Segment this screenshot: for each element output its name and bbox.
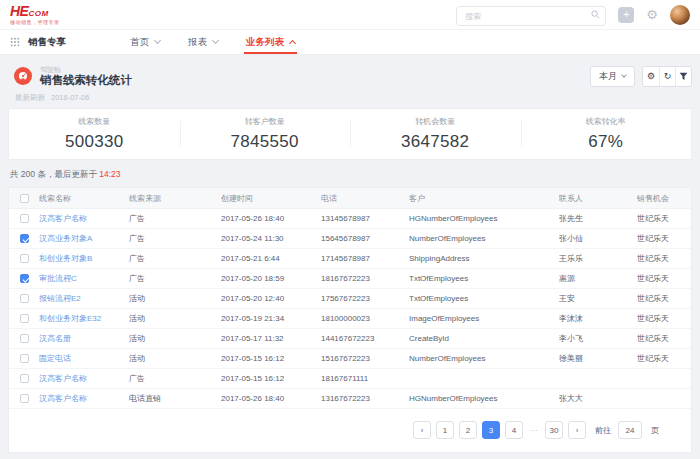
phone-number: 18167672223 <box>321 274 409 283</box>
page-unit-label: 页 <box>651 425 659 436</box>
created-time: 2017-05-15 16:12 <box>221 374 321 383</box>
lead-source: 活动 <box>129 313 221 324</box>
stat-value: 67% <box>588 132 623 152</box>
pagination-prev-button[interactable]: ‹ <box>413 421 431 439</box>
table-row[interactable]: 和创业务对象B广告2017-05-21 6:4417145678987Shipp… <box>9 249 691 269</box>
lead-name-link[interactable]: 汉高客户名称 <box>39 373 129 384</box>
lead-name-link[interactable]: 汉高业务对象A <box>39 233 129 244</box>
table-row[interactable]: 汉高客户名称电话直销2017-05-26 18:4013167672223HGN… <box>9 389 691 409</box>
lead-source: 广告 <box>129 273 221 284</box>
row-checkbox[interactable] <box>20 374 29 383</box>
created-time: 2017-05-20 12:40 <box>221 294 321 303</box>
table-row[interactable]: 汉高客户名称广告2017-05-15 16:1218167671111 <box>9 369 691 389</box>
phone-number: 17145678987 <box>321 254 409 263</box>
tab-label: 报表 <box>188 36 207 49</box>
table-row[interactable]: 汉高名册活动2017-05-17 11:32144167672223Create… <box>9 329 691 349</box>
row-checkbox-cell <box>9 334 39 343</box>
table-summary: 共 200 条，最后更新于 14:23 <box>10 169 692 181</box>
leads-table: 线索名称 线索来源 创建时间 电话 客户 联系人 销售机会 汉高客户名称广告20… <box>8 187 692 453</box>
created-time: 2017-05-17 11:32 <box>221 334 321 343</box>
column-contact: 联系人 <box>559 193 637 204</box>
created-time: 2017-05-21 6:44 <box>221 254 321 263</box>
period-select[interactable]: 本月 <box>590 66 635 87</box>
logo-sub: COM <box>28 10 48 18</box>
lead-name-link[interactable]: 汉高名册 <box>39 333 129 344</box>
contact-name: 惠源 <box>559 273 637 284</box>
add-button[interactable]: + <box>618 7 634 23</box>
column-sales-opportunity: 销售机会 <box>637 193 691 204</box>
customer-name: TxtOfEmployees <box>409 294 559 303</box>
table-row[interactable]: 报销流程E2活动2017-05-20 12:4017567672223TxtOf… <box>9 289 691 309</box>
table-row[interactable]: 和创业务对象E32活动2017-05-19 21:3418100000023Im… <box>9 309 691 329</box>
refresh-icon: ↻ <box>664 71 672 81</box>
settings-button[interactable]: ⚙ <box>643 67 659 86</box>
sales-opportunity: 世纪乐天 <box>637 273 691 284</box>
grid-menu-icon[interactable] <box>10 37 20 47</box>
row-checkbox[interactable] <box>20 354 29 363</box>
row-checkbox-cell <box>9 354 39 363</box>
row-checkbox-cell <box>9 314 39 323</box>
column-created-time: 创建时间 <box>221 193 321 204</box>
pagination-ellipsis: ··· <box>528 426 540 435</box>
row-checkbox-cell <box>9 274 39 283</box>
pagination-page-30[interactable]: 30 <box>545 421 563 439</box>
stats-card: 线索数量 500330 转客户数量 7845550 转机会数量 3647582 … <box>8 108 692 160</box>
table-row[interactable]: 审批流程C广告2017-05-20 18:5918167672223TxtOfE… <box>9 269 691 289</box>
filter-button[interactable] <box>675 67 691 86</box>
created-time: 2017-05-20 18:59 <box>221 274 321 283</box>
phone-number: 18100000023 <box>321 314 409 323</box>
row-checkbox[interactable] <box>20 254 29 263</box>
row-checkbox-cell <box>9 294 39 303</box>
customer-name: ImageOfEmployees <box>409 314 559 323</box>
logo-tagline: 移动销售，管理专家 <box>10 20 60 25</box>
search-icon[interactable] <box>591 10 600 19</box>
row-checkbox[interactable] <box>20 314 29 323</box>
filter-funnel-icon <box>679 72 688 81</box>
row-checkbox[interactable] <box>20 294 29 303</box>
lead-name-link[interactable]: 汉高客户名称 <box>39 393 129 404</box>
lead-name-link[interactable]: 审批流程C <box>39 273 129 284</box>
search-input[interactable] <box>456 6 606 26</box>
lead-name-link[interactable]: 汉高客户名称 <box>39 213 129 224</box>
lead-name-link[interactable]: 和创业务对象E32 <box>39 313 129 324</box>
table-row[interactable]: 汉高客户名称广告2017-05-26 18:4013145678987HGNum… <box>9 209 691 229</box>
goto-page-input[interactable] <box>618 421 642 439</box>
settings-gear-icon[interactable]: ⚙ <box>646 8 658 21</box>
pagination-page-3[interactable]: 3 <box>482 421 500 439</box>
topbar-actions: + ⚙ <box>456 5 690 25</box>
table-row[interactable]: 汉高业务对象A广告2017-05-24 11:3015645678987Numb… <box>9 229 691 249</box>
lead-name-link[interactable]: 和创业务对象B <box>39 253 129 264</box>
tab-business-list[interactable]: 业务列表 <box>232 30 309 54</box>
select-all-checkbox[interactable] <box>20 194 29 203</box>
tab-reports[interactable]: 报表 <box>174 30 232 54</box>
pagination-page-2[interactable]: 2 <box>459 421 477 439</box>
table-row[interactable]: 固定电话活动2017-05-15 16:1215167672223NumberO… <box>9 349 691 369</box>
stat-label: 转客户数量 <box>245 116 285 127</box>
created-time: 2017-05-19 21:34 <box>221 314 321 323</box>
row-checkbox-cell <box>9 214 39 223</box>
column-lead-source: 线索来源 <box>129 193 221 204</box>
lead-source: 广告 <box>129 233 221 244</box>
pagination-next-button[interactable]: › <box>568 421 586 439</box>
row-checkbox[interactable] <box>20 214 29 223</box>
row-checkbox[interactable] <box>20 274 29 283</box>
phone-number: 15167672223 <box>321 354 409 363</box>
row-checkbox[interactable] <box>20 334 29 343</box>
logo-main: HE <box>10 4 28 18</box>
search-box <box>456 5 606 25</box>
stat-converted-opportunities: 转机会数量 3647582 <box>350 109 521 159</box>
customer-name: HGNumberOfEmployees <box>409 214 559 223</box>
refresh-button[interactable]: ↻ <box>659 67 675 86</box>
lead-name-link[interactable]: 报销流程E2 <box>39 293 129 304</box>
row-checkbox[interactable] <box>20 234 29 243</box>
workspace-title: 销售专享 <box>28 36 66 49</box>
pagination-page-1[interactable]: 1 <box>436 421 454 439</box>
user-avatar[interactable] <box>670 5 690 25</box>
pagination-page-4[interactable]: 4 <box>505 421 523 439</box>
row-checkbox-cell <box>9 374 39 383</box>
row-checkbox[interactable] <box>20 394 29 403</box>
phone-number: 18167671111 <box>321 374 409 383</box>
tab-label: 首页 <box>130 36 149 49</box>
tab-home[interactable]: 首页 <box>116 30 174 54</box>
lead-name-link[interactable]: 固定电话 <box>39 353 129 364</box>
